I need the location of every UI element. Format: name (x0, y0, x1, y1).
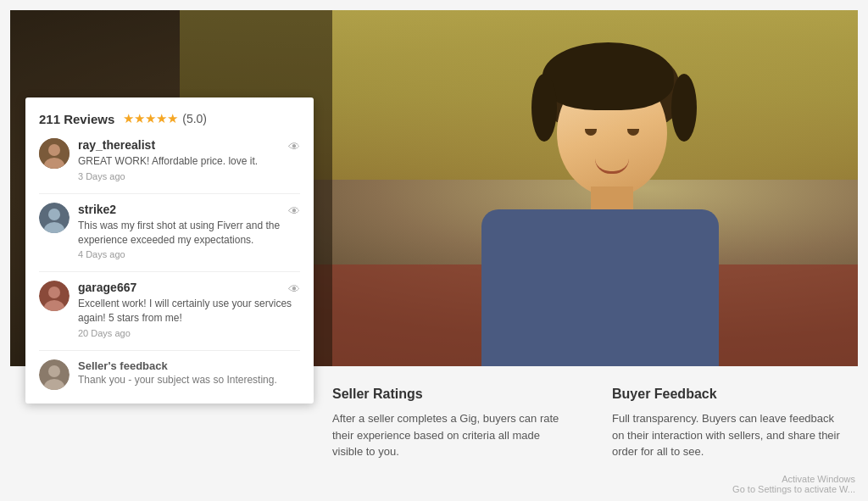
review-date: 4 Days ago (78, 249, 300, 259)
review-date: 20 Days ago (78, 328, 300, 338)
sellers-feedback-content: Seller's feedback Thank you - your subje… (78, 359, 300, 386)
avatar (39, 138, 70, 169)
avatar-svg (39, 359, 70, 390)
review-text: GREAT WORK! Affordable price. love it. (78, 154, 300, 169)
svg-point-1 (48, 144, 60, 156)
review-content: strike2 This was my first shot at using … (78, 203, 300, 260)
eye-icon[interactable]: 👁 (288, 204, 300, 218)
reviews-card: 211 Reviews ★★★★★ (5.0) ray_therealist G… (25, 97, 314, 404)
divider (39, 350, 300, 351)
review-item: garage667 Excellent work! I will certain… (39, 281, 300, 338)
buyer-feedback-title: Buyer Feedback (612, 387, 841, 402)
sellers-feedback-text: Thank you - your subject was so Interest… (78, 374, 300, 386)
reviews-header: 211 Reviews ★★★★★ (5.0) (39, 111, 300, 126)
svg-point-10 (48, 365, 60, 377)
svg-point-4 (48, 209, 60, 220)
review-content: garage667 Excellent work! I will certain… (78, 281, 300, 338)
windows-watermark: Activate Windows Go to Settings to activ… (732, 474, 855, 494)
eye-icon[interactable]: 👁 (288, 282, 300, 296)
avatar (39, 203, 70, 233)
avatar-svg (39, 281, 70, 311)
watermark-line1: Activate Windows (732, 474, 855, 484)
review-date: 3 Days ago (78, 171, 300, 181)
main-container: 211 Reviews ★★★★★ (5.0) ray_therealist G… (0, 0, 868, 501)
divider (39, 271, 300, 272)
reviewer-name: garage667 (78, 281, 300, 294)
eye-icon[interactable]: 👁 (288, 140, 300, 153)
buyer-feedback-block: Buyer Feedback Full transparency. Buyers… (612, 387, 841, 484)
avatar (39, 281, 70, 311)
rating-value: (5.0) (182, 112, 207, 125)
review-text: This was my first shot at using Fiverr a… (78, 219, 300, 248)
reviews-count: 211 Reviews (39, 112, 114, 126)
review-text: Excellent work! I will certainly use you… (78, 297, 300, 326)
seller-ratings-block: Seller Ratings After a seller completes … (332, 387, 561, 484)
watermark-line2: Go to Settings to activate W... (732, 484, 855, 494)
reviewer-name: strike2 (78, 203, 300, 216)
avatar-svg (39, 203, 70, 233)
buyer-feedback-text: Full transparency. Buyers can leave feed… (612, 410, 841, 460)
sellers-feedback-label: Seller's feedback (78, 359, 300, 372)
seller-ratings-title: Seller Ratings (332, 387, 561, 402)
review-item: strike2 This was my first shot at using … (39, 203, 300, 260)
star-rating: ★★★★★ (123, 111, 178, 126)
seller-ratings-text: After a seller completes a Gig, buyers c… (332, 410, 561, 460)
reviewer-name: ray_therealist (78, 138, 300, 152)
hero-person (434, 19, 790, 366)
divider (39, 193, 300, 194)
sellers-feedback-item: Seller's feedback Thank you - your subje… (39, 359, 300, 390)
svg-point-7 (48, 287, 60, 298)
avatar-svg (39, 138, 70, 169)
review-content: ray_therealist GREAT WORK! Affordable pr… (78, 138, 300, 181)
review-item: ray_therealist GREAT WORK! Affordable pr… (39, 138, 300, 181)
avatar (39, 359, 70, 390)
